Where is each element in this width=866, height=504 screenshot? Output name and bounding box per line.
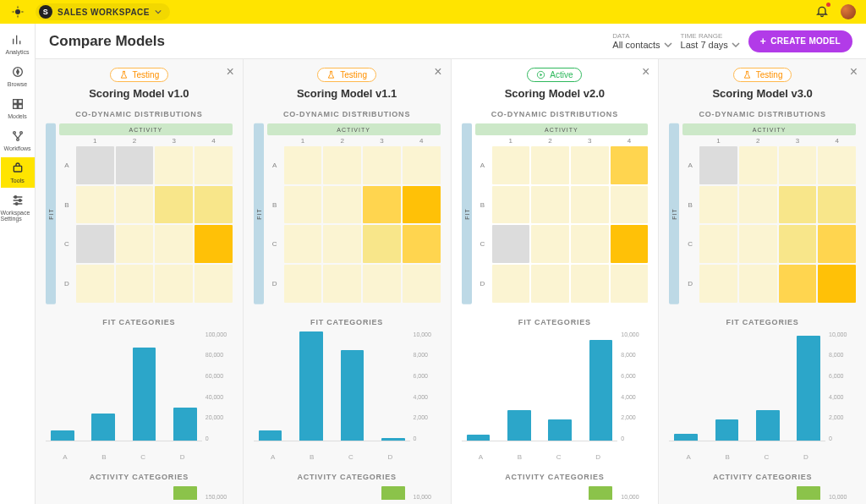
user-avatar[interactable] [841, 4, 856, 19]
x-tick-label: B [726, 453, 730, 461]
sidebar-item-label: Browse [8, 81, 27, 87]
x-tick-label: A [271, 453, 275, 461]
heatmap-cell [492, 146, 530, 184]
heatmap-chart: FITACTIVITY1234ABCD [46, 123, 233, 304]
heatmap-cell [403, 146, 441, 184]
heatmap-row-label: B [682, 186, 698, 224]
close-panel-button[interactable]: × [226, 64, 233, 79]
svg-point-8 [16, 139, 19, 141]
activity-categories-chart: 10,000 [254, 486, 441, 500]
sidebar-item-browse[interactable]: Browse [1, 61, 35, 91]
bar [467, 435, 491, 440]
data-filter-value: All contacts [612, 40, 660, 50]
heatmap-cell [155, 146, 193, 184]
y-tick-label: 10,000 [829, 494, 856, 500]
heatmap-cell [363, 186, 401, 224]
heatmap-col-label: 3 [363, 137, 401, 145]
activity-categories-chart: 10,000 [669, 486, 856, 500]
sidebar-item-tools[interactable]: Tools [1, 157, 35, 188]
heatmap-cell [284, 186, 322, 224]
sidebar-item-settings[interactable]: Workspace Settings [1, 189, 35, 226]
heatmap-cell [492, 225, 530, 263]
activity-axis-label: ACTIVITY [475, 123, 649, 135]
sidebar-item-analytics[interactable]: Analytics [1, 29, 35, 59]
close-panel-button[interactable]: × [850, 64, 858, 79]
notification-dot-icon [826, 3, 830, 7]
y-axis-ticks: 10,0008,0006,0004,0002,0000 [617, 331, 648, 441]
heatmap-cell [739, 265, 777, 303]
data-filter-label: DATA [612, 32, 671, 40]
sidebar-item-models[interactable]: Models [1, 93, 35, 123]
heatmap-row-label: C [267, 225, 282, 263]
heatmap-cell [699, 225, 737, 263]
time-range-filter[interactable]: TIME RANGE Last 7 days [681, 32, 740, 50]
heatmap-cell [699, 265, 737, 303]
heatmap-cell [699, 186, 737, 224]
svg-rect-3 [18, 100, 22, 104]
heatmap-col-label: 1 [76, 137, 114, 145]
heatmap-cell [571, 265, 609, 303]
x-tick-label: B [310, 453, 314, 461]
heatmap-col-label: 4 [818, 137, 856, 145]
y-tick-label: 10,000 [829, 331, 856, 337]
bar [756, 410, 780, 441]
y-tick-label: 4,000 [829, 394, 856, 400]
svg-point-6 [13, 132, 15, 134]
heatmap-cell [403, 265, 441, 303]
bar [589, 486, 612, 500]
y-tick-label: 4,000 [621, 394, 648, 400]
heatmap-chart: FITACTIVITY1234ABCD [462, 123, 649, 304]
heatmap-cell [116, 146, 154, 184]
heatmap-row-label: D [267, 265, 282, 303]
bar [91, 414, 115, 441]
heatmap-cell [363, 146, 401, 184]
svg-rect-2 [13, 100, 17, 104]
close-panel-button[interactable]: × [434, 64, 441, 79]
heatmap-row-label: B [475, 186, 491, 224]
status-pill: Testing [110, 68, 169, 82]
heatmap-cell [284, 265, 322, 303]
app-logo-icon [10, 4, 25, 19]
sidebar-item-workflows[interactable]: Workflows [1, 125, 35, 156]
status-pill: Active [527, 68, 582, 82]
heatmap-cell [531, 265, 569, 303]
sidebar-item-label: Workspace Settings [1, 210, 35, 222]
y-tick-label: 0 [621, 436, 648, 441]
activity-axis-label: ACTIVITY [267, 123, 441, 135]
heatmap-cell [818, 265, 856, 303]
heatmap-col-label: 4 [195, 137, 233, 145]
create-model-button[interactable]: + CREATE MODEL [748, 30, 852, 52]
x-tick-label: D [387, 453, 392, 461]
heatmap-row-label: C [59, 225, 74, 263]
data-filter[interactable]: DATA All contacts [612, 32, 671, 50]
y-tick-label: 80,000 [206, 352, 233, 358]
workspace-selector[interactable]: S SALES WORKSPACE [36, 3, 170, 20]
fit-categories-chart: 100,00080,00060,00040,00020,0000 [46, 331, 233, 441]
sidebar-item-label: Tools [10, 178, 24, 184]
svg-rect-5 [18, 105, 22, 109]
sidebar-item-label: Workflows [3, 145, 30, 151]
svg-point-7 [19, 132, 22, 134]
bar [133, 348, 156, 441]
heatmap-cell [779, 146, 817, 184]
notifications-button[interactable] [815, 4, 829, 20]
bar [797, 486, 820, 500]
bar [173, 486, 197, 500]
svg-point-11 [19, 200, 21, 202]
heatmap-cell [739, 186, 777, 224]
heatmap-cell [699, 146, 737, 184]
close-panel-button[interactable]: × [642, 64, 650, 79]
activity-categories-title: ACTIVITY CATEGORIES [254, 473, 441, 481]
model-panel: ×ActiveScoring Model v2.0CO-DYNAMIC DIST… [452, 59, 660, 504]
heatmap-col-label: 3 [155, 137, 193, 145]
activity-axis-label: ACTIVITY [59, 123, 233, 135]
status-pill: Testing [733, 68, 792, 82]
heatmap-cell [155, 186, 193, 224]
heatmap-cell [363, 225, 401, 263]
heatmap-cell [779, 186, 817, 224]
play-circle-icon [536, 70, 545, 79]
heatmap-cell [531, 225, 569, 263]
x-tick-label: C [348, 453, 354, 461]
y-tick-label: 0 [829, 436, 856, 441]
page-title: Compare Models [49, 33, 165, 50]
